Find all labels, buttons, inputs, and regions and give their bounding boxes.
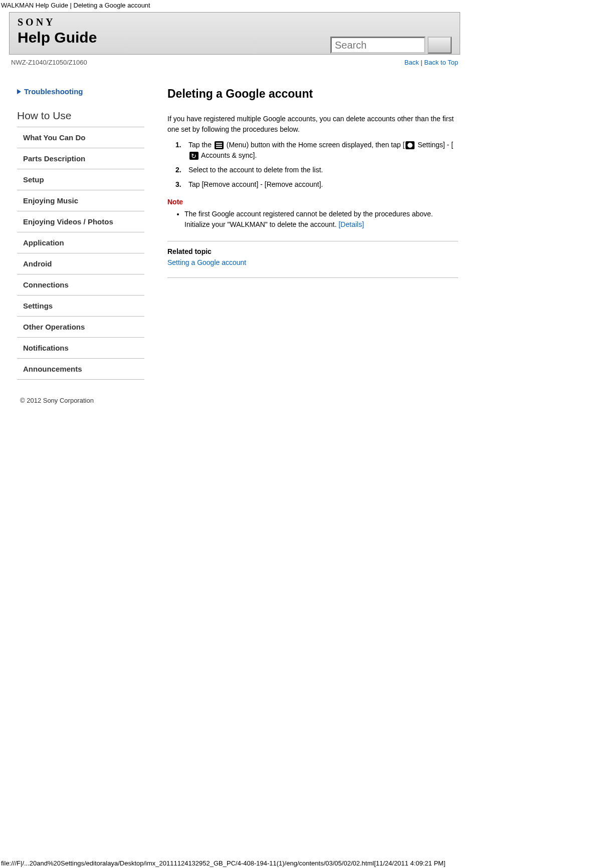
sidebar-item-announcements[interactable]: Announcements — [17, 359, 144, 380]
sidebar-item-label[interactable]: Connections — [17, 274, 144, 295]
sidebar-item-setup[interactable]: Setup — [17, 169, 144, 190]
arrow-right-icon — [17, 89, 21, 94]
sidebar-item-label[interactable]: Enjoying Videos / Photos — [17, 211, 144, 232]
sidebar-item-label[interactable]: Setup — [17, 169, 144, 190]
link-separator: | — [419, 59, 425, 66]
model-number: NWZ-Z1040/Z1050/Z1060 — [11, 59, 87, 66]
troubleshooting-link[interactable]: Troubleshooting — [24, 87, 83, 96]
step-text: Settings] - [ — [416, 141, 453, 149]
sidebar-item-notifications[interactable]: Notifications — [17, 338, 144, 359]
divider — [167, 277, 458, 278]
step-text: Tap the — [188, 141, 214, 149]
nav-links: Back | Back to Top — [404, 59, 458, 66]
sidebar-item-enjoying-music[interactable]: Enjoying Music — [17, 190, 144, 211]
sidebar-item-connections[interactable]: Connections — [17, 274, 144, 296]
sidebar-item-application[interactable]: Application — [17, 232, 144, 253]
sidebar-item-parts-description[interactable]: Parts Description — [17, 148, 144, 169]
back-link[interactable]: Back — [404, 59, 419, 66]
sidebar-item-what-you-can-do[interactable]: What You Can Do — [17, 127, 144, 148]
steps-list: 1. Tap the (Menu) button with the Home s… — [167, 140, 458, 190]
content-area: Deleting a Google account If you have re… — [149, 87, 460, 380]
sidebar-item-android[interactable]: Android — [17, 253, 144, 274]
page-title: Deleting a Google account — [167, 87, 458, 101]
copyright: © 2012 Sony Corporation — [20, 397, 460, 404]
nav-list: What You Can Do Parts Description Setup … — [17, 127, 144, 380]
sidebar-item-label[interactable]: Enjoying Music — [17, 190, 144, 211]
note-text: The first Google account registered cann… — [184, 210, 433, 228]
sidebar-item-enjoying-videos-photos[interactable]: Enjoying Videos / Photos — [17, 211, 144, 232]
sidebar-item-other-operations[interactable]: Other Operations — [17, 317, 144, 338]
sidebar-item-label[interactable]: Android — [17, 253, 144, 274]
page-header-text: WALKMAN Help Guide | Deleting a Google a… — [0, 0, 608, 12]
step-body: Tap [Remove account] - [Remove account]. — [188, 179, 458, 190]
note-label: Note — [167, 198, 458, 206]
note-list: The first Google account registered cann… — [167, 209, 458, 230]
search-area — [330, 37, 452, 54]
sidebar-item-settings[interactable]: Settings — [17, 296, 144, 317]
step-number: 3. — [175, 179, 185, 190]
sidebar-item-label[interactable]: Application — [17, 232, 144, 253]
gear-icon — [406, 141, 415, 149]
step-1: 1. Tap the (Menu) button with the Home s… — [175, 140, 458, 161]
main-wrap: Troubleshooting How to Use What You Can … — [9, 87, 460, 380]
howto-title: How to Use — [17, 110, 144, 127]
details-link[interactable]: [Details] — [338, 220, 364, 228]
divider — [167, 241, 458, 241]
search-input[interactable] — [330, 37, 426, 54]
step-2: 2. Select to the account to delete from … — [175, 165, 458, 175]
sidebar-item-label[interactable]: What You Can Do — [17, 127, 144, 148]
step-number: 1. — [175, 140, 185, 161]
back-to-top-link[interactable]: Back to Top — [424, 59, 458, 66]
troubleshooting-row[interactable]: Troubleshooting — [17, 87, 144, 96]
sidebar-item-label[interactable]: Other Operations — [17, 317, 144, 337]
related-topic-link[interactable]: Setting a Google account — [167, 258, 246, 266]
sidebar-item-label[interactable]: Parts Description — [17, 148, 144, 169]
header-box: SONY Help Guide — [9, 12, 460, 55]
sidebar-item-label[interactable]: Announcements — [17, 359, 144, 379]
step-body: Tap the (Menu) button with the Home scre… — [188, 140, 458, 161]
step-text: (Menu) button with the Home screen displ… — [225, 141, 405, 149]
search-button[interactable] — [428, 37, 452, 54]
menu-icon — [215, 141, 224, 149]
related-topic-title: Related topic — [167, 247, 458, 255]
sidebar-item-label[interactable]: Notifications — [17, 338, 144, 358]
sidebar: Troubleshooting How to Use What You Can … — [9, 87, 149, 380]
note-item: The first Google account registered cann… — [184, 209, 458, 230]
outer-container: SONY Help Guide NWZ-Z1040/Z1050/Z1060 Ba… — [9, 12, 460, 404]
sony-logo: SONY — [18, 17, 452, 28]
step-body: Select to the account to delete from the… — [188, 165, 458, 175]
sub-bar: NWZ-Z1040/Z1050/Z1060 Back | Back to Top — [9, 55, 460, 66]
sync-icon — [189, 152, 198, 160]
step-3: 3. Tap [Remove account] - [Remove accoun… — [175, 179, 458, 190]
step-number: 2. — [175, 165, 185, 175]
sidebar-item-label[interactable]: Settings — [17, 296, 144, 316]
intro-text: If you have registered multiple Google a… — [167, 114, 458, 135]
step-text: Accounts & sync]. — [199, 151, 257, 159]
